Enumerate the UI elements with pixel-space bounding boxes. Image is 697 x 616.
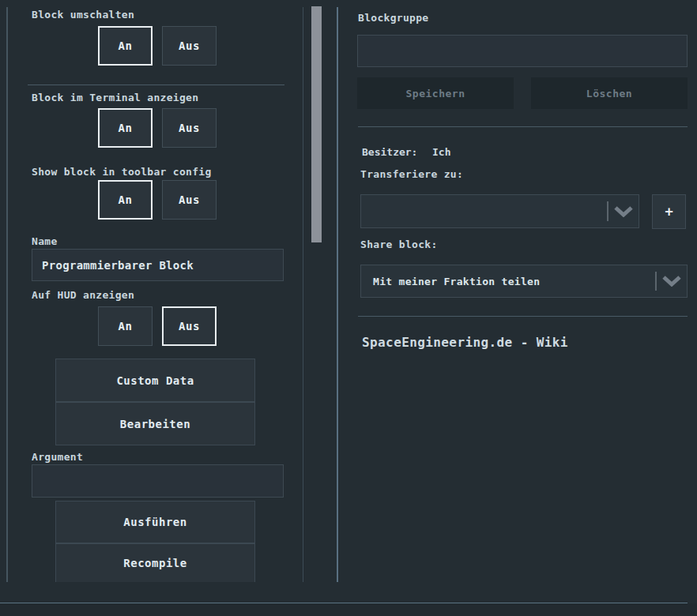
argument-label: Argument xyxy=(32,451,83,463)
name-label: Name xyxy=(32,235,58,247)
edit-button[interactable]: Bearbeiten xyxy=(55,402,255,445)
toggle-off-button[interactable]: Aus xyxy=(162,26,217,66)
section-divider xyxy=(28,85,284,85)
toggle-label-toolbar-config: Show block in toolbar config xyxy=(32,166,212,178)
toggle-label-block-umschalten: Block umschalten xyxy=(32,9,134,21)
toggle-on-button[interactable]: An xyxy=(98,108,153,148)
save-button[interactable]: Speichern xyxy=(357,77,514,109)
scrollbar-thumb[interactable] xyxy=(311,6,322,242)
toggle-off-button[interactable]: Aus xyxy=(162,108,217,148)
scroll-area-edge xyxy=(303,7,303,582)
blockgroup-input[interactable] xyxy=(357,35,688,67)
share-dropdown[interactable]: Mit meiner Fraktion teilen xyxy=(360,265,688,298)
share-dropdown-value: Mit meiner Fraktion teilen xyxy=(361,276,655,287)
toggle-on-button[interactable]: An xyxy=(98,306,153,346)
blockgroup-label: Blockgruppe xyxy=(358,12,428,24)
section-divider xyxy=(358,316,688,317)
transfer-dropdown[interactable] xyxy=(360,194,639,228)
toggle-on-button[interactable]: An xyxy=(98,180,153,220)
panel-left-border xyxy=(6,7,8,582)
owner-label: Besitzer: xyxy=(362,146,417,158)
toggle-label-terminal-anzeigen: Block im Terminal anzeigen xyxy=(32,92,198,103)
toggle-off-button[interactable]: Aus xyxy=(162,306,217,346)
run-button[interactable]: Ausführen xyxy=(55,501,255,543)
recompile-button[interactable]: Recompile xyxy=(55,543,255,582)
chevron-down-icon xyxy=(657,276,687,287)
panel-divider xyxy=(337,7,338,582)
terminal-control-panel: Block umschalten An Aus Block im Termina… xyxy=(0,0,697,616)
custom-data-button[interactable]: Custom Data xyxy=(55,359,255,402)
transfer-label: Transferiere zu: xyxy=(360,168,463,180)
delete-button[interactable]: Löschen xyxy=(531,77,688,109)
argument-input[interactable] xyxy=(32,464,284,498)
owner-value: Ich xyxy=(432,146,450,158)
bottom-strip xyxy=(0,603,697,616)
toggle-on-button[interactable]: An xyxy=(98,26,153,66)
toggle-label-hud-anzeigen: Auf HUD anzeigen xyxy=(32,289,134,301)
toggle-off-button[interactable]: Aus xyxy=(162,180,217,220)
add-owner-button[interactable]: + xyxy=(652,194,686,229)
wiki-link[interactable]: SpaceEngineering.de - Wiki xyxy=(362,335,568,350)
share-block-label: Share block: xyxy=(360,239,438,250)
name-input[interactable] xyxy=(32,249,284,281)
section-divider xyxy=(358,126,688,127)
chevron-down-icon xyxy=(608,206,639,217)
